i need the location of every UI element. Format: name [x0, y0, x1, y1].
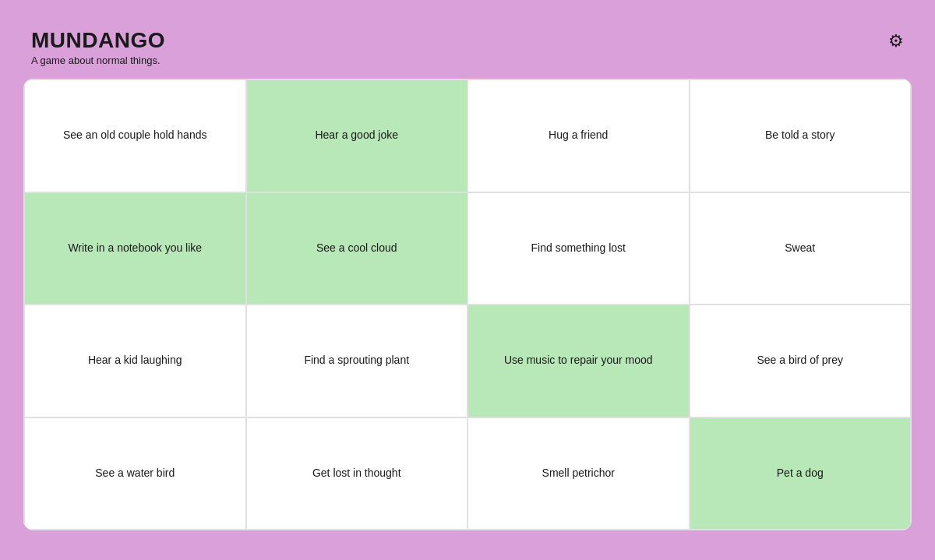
header-left: MUNDANGO A game about normal things.: [31, 28, 165, 66]
grid-cell-10[interactable]: Use music to repair your mood: [468, 305, 690, 417]
grid-cell-8[interactable]: Hear a kid laughing: [24, 305, 246, 417]
grid-cell-12[interactable]: See a water bird: [24, 417, 246, 530]
grid-cell-15[interactable]: Pet a dog: [690, 417, 912, 530]
settings-icon[interactable]: ⚙: [888, 31, 904, 51]
grid-cell-3[interactable]: Be told a story: [690, 79, 912, 192]
bingo-grid: See an old couple hold handsHear a good …: [23, 79, 912, 530]
app-title: MUNDANGO: [31, 28, 165, 53]
app-subtitle: A game about normal things.: [31, 55, 165, 66]
grid-cell-13[interactable]: Get lost in thought: [246, 417, 468, 530]
grid-cell-11[interactable]: See a bird of prey: [690, 305, 912, 417]
grid-cell-7[interactable]: Sweat: [690, 192, 912, 305]
grid-cell-4[interactable]: Write in a notebook you like: [24, 192, 246, 305]
grid-cell-9[interactable]: Find a sprouting plant: [246, 305, 468, 417]
grid-cell-6[interactable]: Find something lost: [468, 192, 690, 305]
header: MUNDANGO A game about normal things. ⚙: [0, 0, 935, 79]
grid-cell-2[interactable]: Hug a friend: [468, 79, 690, 192]
grid-cell-14[interactable]: Smell petrichor: [468, 417, 690, 530]
grid-cell-5[interactable]: See a cool cloud: [246, 192, 468, 305]
grid-cell-1[interactable]: Hear a good joke: [246, 79, 468, 192]
grid-cell-0[interactable]: See an old couple hold hands: [24, 79, 246, 192]
